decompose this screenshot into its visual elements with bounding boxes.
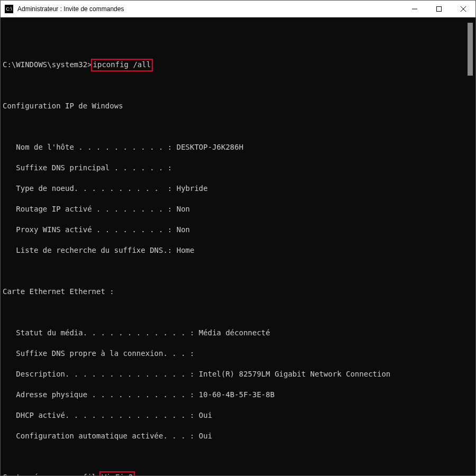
prompt: C:\WINDOWS\system32>: [3, 60, 92, 69]
terminal-line: Nom de l'hôte . . . . . . . . . . : DESK…: [3, 142, 473, 153]
terminal-line: Statut du média. . . . . . . . . . . . :…: [3, 328, 473, 338]
terminal-area[interactable]: C:\WINDOWS\system32>ipconfig /all Config…: [1, 17, 475, 476]
terminal-line: Configuration automatique activée. . . :…: [3, 431, 473, 442]
terminal-line: Description. . . . . . . . . . . . . . :…: [3, 369, 473, 380]
maximize-button[interactable]: [427, 1, 451, 17]
section-header: Carte réseau sans fil Wi-Fi 2 :: [3, 472, 473, 476]
terminal-line: [3, 39, 473, 50]
cmd-icon: C:\: [5, 5, 13, 13]
terminal-line: DHCP activé. . . . . . . . . . . . . . :…: [3, 410, 473, 421]
terminal-line: [3, 122, 473, 132]
terminal-line: Liste de recherche du suffixe DNS.: Home: [3, 245, 473, 256]
terminal-line: [3, 307, 473, 318]
title-bar: C:\ Administrateur : Invite de commandes: [1, 1, 475, 17]
terminal-line: Routage IP activé . . . . . . . . : Non: [3, 204, 473, 215]
maximize-icon: [436, 6, 442, 12]
scrollbar-thumb[interactable]: [468, 23, 473, 76]
wifi-header-post: :: [134, 473, 143, 476]
terminal-line: Suffixe DNS principal . . . . . . :: [3, 163, 473, 173]
close-icon: [461, 6, 466, 12]
close-button[interactable]: [451, 1, 475, 17]
window-title: Administrateur : Invite de commandes: [17, 5, 402, 13]
terminal-line: Proxy WINS activé . . . . . . . . : Non: [3, 225, 473, 235]
highlighted-adapter-name: Wi-Fi 2: [99, 471, 135, 476]
section-header: Carte Ethernet Ethernet :: [3, 287, 473, 297]
terminal-line: [3, 80, 473, 91]
terminal-line: [3, 452, 473, 462]
minimize-button[interactable]: [402, 1, 427, 17]
minimize-icon: [412, 6, 417, 12]
terminal-line: Type de noeud. . . . . . . . . . : Hybri…: [3, 184, 473, 194]
terminal-line: [3, 266, 473, 277]
terminal-line: Adresse physique . . . . . . . . . . . :…: [3, 390, 473, 400]
wifi-header-pre: Carte réseau sans fil: [3, 473, 100, 476]
highlighted-command: ipconfig /all: [91, 59, 153, 71]
terminal-line: Suffixe DNS propre à la connexion. . . :: [3, 349, 473, 359]
section-header: Configuration IP de Windows: [3, 101, 473, 112]
svg-rect-1: [437, 6, 442, 11]
terminal-line: C:\WINDOWS\system32>ipconfig /all: [3, 60, 473, 70]
